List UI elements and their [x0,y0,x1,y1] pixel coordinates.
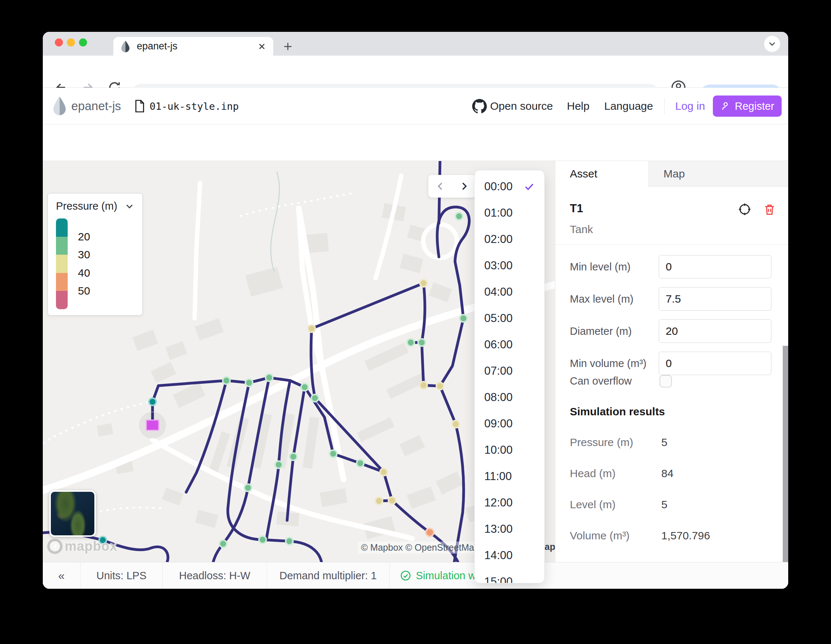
junction-node[interactable] [388,497,396,504]
language-link[interactable]: Language [604,100,653,112]
file-name-chip[interactable]: 01-uk-style.inp [134,99,239,113]
junction-node[interactable] [420,382,427,389]
map-building [400,435,425,456]
junction-node[interactable] [290,453,297,460]
previous-timestep-icon[interactable] [435,181,446,192]
junction-node[interactable] [407,339,414,346]
headloss-status[interactable]: Headloss: H-W [163,563,267,589]
tab-search-button[interactable] [764,36,780,52]
junction-node[interactable] [420,279,427,287]
timestep-option[interactable]: 02:00 [475,226,544,252]
help-link[interactable]: Help [567,100,590,112]
junction-node[interactable] [301,384,308,391]
macos-zoom-button[interactable] [79,38,87,46]
timestep-option[interactable]: 08:00 [475,384,544,411]
macos-minimize-button[interactable] [67,38,75,46]
log-in-link[interactable]: Log in [675,100,705,112]
new-tab-button[interactable] [280,38,296,54]
tab-favicon-drop-icon [120,40,131,53]
timestep-option[interactable]: 01:00 [475,200,544,226]
map-building [173,383,205,408]
pipe[interactable] [423,385,456,424]
macos-close-button[interactable] [55,38,63,46]
legend-title[interactable]: Pressure (m) [56,200,118,212]
result-label: Head (m) [570,467,616,480]
pipe[interactable] [312,283,423,328]
junction-node[interactable] [149,398,156,405]
timestep-option[interactable]: 13:00 [475,516,544,542]
field-input[interactable]: 20 [659,319,771,343]
units-status[interactable]: Units: LPS [80,563,163,589]
mapbox-logo[interactable]: mapbox [47,539,118,554]
asset-field-row: Max level (m)7.5 [555,283,788,315]
asset-type: Tank [570,223,593,236]
map-attribution-fragment[interactable]: ap [544,542,555,552]
pipe[interactable] [440,318,463,386]
demand-multiplier-status[interactable]: Demand multiplier: 1 [267,563,390,589]
junction-node[interactable] [460,315,467,322]
junction-node[interactable] [380,469,387,476]
tab-close-icon[interactable] [257,42,267,51]
simulation-status[interactable]: Simulation w [390,563,788,589]
can-overflow-checkbox[interactable] [659,375,672,387]
junction-node[interactable] [286,537,293,545]
open-source-link[interactable]: Open source [490,100,553,112]
field-input[interactable]: 0 [659,352,771,375]
panel-scrollbar[interactable] [783,346,788,562]
timestep-option[interactable]: 09:00 [475,411,544,437]
timestep-option[interactable]: 15:00 [475,569,544,583]
junction-node[interactable] [244,484,252,491]
field-input[interactable]: 0 [659,255,771,279]
junction-node[interactable] [452,421,459,428]
junction-node[interactable] [418,339,425,346]
junction-node[interactable] [375,497,382,505]
timestep-option[interactable]: 07:00 [475,358,544,384]
timestep-option[interactable]: 03:00 [475,252,544,279]
tab-map[interactable]: Map [648,161,788,187]
timestep-option[interactable]: 11:00 [475,463,544,489]
chevron-down-icon[interactable] [124,201,135,212]
map-building [302,417,319,469]
junction-node[interactable] [275,461,282,469]
field-label: Diameter (m) [570,325,632,337]
browser-tab[interactable]: epanet-js [113,37,273,56]
junction-node[interactable] [455,213,463,220]
status-bar: « Units: LPS Headloss: H-W Demand multip… [43,562,788,589]
junction-node[interactable] [426,528,434,536]
junction-node[interactable] [245,379,253,386]
junction-node[interactable] [223,377,230,384]
timestep-option[interactable]: 04:00 [475,279,544,305]
file-name: 01-uk-style.inp [150,100,239,112]
junction-node[interactable] [259,536,266,544]
timestep-option[interactable]: 12:00 [475,489,544,516]
delete-asset-button[interactable] [762,202,777,217]
junction-node[interactable] [308,325,315,332]
junction-node[interactable] [220,540,227,547]
asset-id: T1 [570,202,583,215]
locate-asset-button[interactable] [737,202,752,217]
asset-field-row: Min level (m)0 [555,251,788,283]
field-input[interactable]: 7.5 [659,287,771,311]
map-attribution[interactable]: © Mapbox © OpenStreetMap [358,542,482,554]
tab-asset[interactable]: Asset [555,161,648,187]
timestep-option[interactable]: 14:00 [475,542,544,569]
junction-node[interactable] [311,394,318,402]
junction-node[interactable] [357,459,364,467]
next-timestep-icon[interactable] [458,181,470,192]
timestep-dropdown: 00:0001:0002:0003:0004:0005:0006:0007:00… [474,170,544,583]
junction-node[interactable] [266,374,273,381]
result-row: Volume (m³)1,570.796 [555,529,788,552]
satellite-minimap[interactable] [49,490,96,537]
timestep-option[interactable]: 06:00 [475,332,544,358]
junction-node[interactable] [330,450,337,457]
register-button[interactable]: Register [713,96,782,117]
timestep-option[interactable]: 05:00 [475,305,544,332]
result-value: 5 [661,436,667,449]
pipe[interactable] [228,383,322,562]
collapse-status-bar-button[interactable]: « [43,563,80,589]
timestep-option[interactable]: 10:00 [475,437,544,463]
tank-node-selected[interactable] [146,420,159,430]
pipe[interactable] [422,283,425,385]
timestep-option[interactable]: 00:00 [475,174,544,200]
junction-node[interactable] [436,383,444,390]
